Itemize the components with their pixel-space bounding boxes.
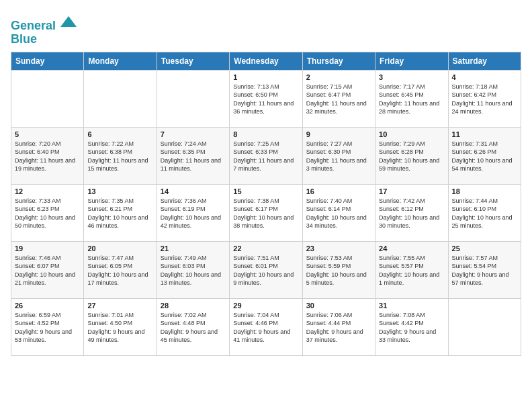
calendar-cell: 8Sunrise: 7:25 AMSunset: 6:33 PMDaylight…: [230, 127, 302, 184]
calendar-cell: 13Sunrise: 7:35 AMSunset: 6:21 PMDayligh…: [84, 184, 157, 241]
calendar-cell: 25Sunrise: 7:57 AMSunset: 5:54 PMDayligh…: [448, 241, 521, 298]
weekday-header-sunday: Sunday: [11, 52, 84, 70]
day-info: Sunrise: 7:33 AMSunset: 6:23 PMDaylight:…: [15, 197, 80, 230]
calendar-cell: 28Sunrise: 7:02 AMSunset: 4:48 PMDayligh…: [157, 298, 229, 355]
day-number: 5: [15, 130, 80, 138]
day-number: 24: [379, 244, 444, 253]
day-info: Sunrise: 7:38 AMSunset: 6:17 PMDaylight:…: [233, 197, 298, 230]
calendar-cell: 5Sunrise: 7:20 AMSunset: 6:40 PMDaylight…: [11, 127, 84, 184]
day-number: 22: [233, 244, 298, 253]
day-info: Sunrise: 7:36 AMSunset: 6:19 PMDaylight:…: [161, 197, 226, 230]
day-info: Sunrise: 7:55 AMSunset: 5:57 PMDaylight:…: [379, 254, 444, 287]
calendar-cell: [84, 70, 157, 127]
day-info: Sunrise: 7:22 AMSunset: 6:38 PMDaylight:…: [87, 140, 152, 173]
day-info: Sunrise: 7:17 AMSunset: 6:45 PMDaylight:…: [379, 83, 444, 116]
day-number: 20: [87, 244, 152, 253]
calendar-cell: 4Sunrise: 7:18 AMSunset: 6:42 PMDaylight…: [448, 70, 521, 127]
calendar-cell: 21Sunrise: 7:49 AMSunset: 6:03 PMDayligh…: [157, 241, 229, 298]
header: General Blue: [11, 11, 521, 46]
day-info: Sunrise: 7:18 AMSunset: 6:42 PMDaylight:…: [452, 83, 517, 116]
day-info: Sunrise: 7:01 AMSunset: 4:50 PMDaylight:…: [87, 311, 152, 345]
day-info: Sunrise: 7:40 AMSunset: 6:14 PMDaylight:…: [306, 197, 371, 230]
calendar-cell: 6Sunrise: 7:22 AMSunset: 6:38 PMDaylight…: [84, 127, 157, 184]
calendar-cell: 1Sunrise: 7:13 AMSunset: 6:50 PMDaylight…: [230, 70, 302, 127]
calendar-cell: 14Sunrise: 7:36 AMSunset: 6:19 PMDayligh…: [157, 184, 229, 241]
day-number: 16: [306, 187, 371, 195]
day-info: Sunrise: 7:02 AMSunset: 4:48 PMDaylight:…: [161, 311, 226, 345]
day-info: Sunrise: 7:25 AMSunset: 6:33 PMDaylight:…: [233, 140, 298, 173]
day-info: Sunrise: 6:59 AMSunset: 4:52 PMDaylight:…: [15, 311, 80, 345]
calendar-cell: [11, 70, 84, 127]
day-number: 14: [161, 187, 226, 195]
day-info: Sunrise: 7:08 AMSunset: 4:42 PMDaylight:…: [379, 311, 444, 345]
calendar-cell: 16Sunrise: 7:40 AMSunset: 6:14 PMDayligh…: [302, 184, 375, 241]
day-info: Sunrise: 7:06 AMSunset: 4:44 PMDaylight:…: [306, 311, 371, 345]
day-number: 13: [87, 187, 152, 195]
day-number: 18: [452, 187, 517, 195]
day-number: 9: [306, 130, 371, 138]
calendar-cell: 17Sunrise: 7:42 AMSunset: 6:12 PMDayligh…: [375, 184, 448, 241]
calendar-cell: 2Sunrise: 7:15 AMSunset: 6:47 PMDaylight…: [302, 70, 375, 127]
calendar-cell: [448, 298, 521, 355]
day-number: 1: [233, 73, 298, 81]
logo: General Blue: [11, 13, 77, 46]
day-info: Sunrise: 7:35 AMSunset: 6:21 PMDaylight:…: [87, 197, 152, 230]
day-number: 31: [379, 302, 444, 310]
calendar-cell: 23Sunrise: 7:53 AMSunset: 5:59 PMDayligh…: [302, 241, 375, 298]
day-number: 23: [306, 244, 371, 253]
calendar-cell: [157, 70, 229, 127]
svg-marker-0: [60, 16, 77, 27]
calendar-cell: 24Sunrise: 7:55 AMSunset: 5:57 PMDayligh…: [375, 241, 448, 298]
day-info: Sunrise: 7:53 AMSunset: 5:59 PMDaylight:…: [306, 254, 371, 287]
day-number: 25: [452, 244, 517, 253]
calendar-cell: 10Sunrise: 7:29 AMSunset: 6:28 PMDayligh…: [375, 127, 448, 184]
calendar-cell: 3Sunrise: 7:17 AMSunset: 6:45 PMDaylight…: [375, 70, 448, 127]
day-number: 8: [233, 130, 298, 138]
calendar-cell: 12Sunrise: 7:33 AMSunset: 6:23 PMDayligh…: [11, 184, 84, 241]
weekday-header-saturday: Saturday: [448, 52, 521, 70]
logo-blue: Blue: [11, 33, 77, 46]
day-info: Sunrise: 7:29 AMSunset: 6:28 PMDaylight:…: [379, 140, 444, 173]
calendar-cell: 31Sunrise: 7:08 AMSunset: 4:42 PMDayligh…: [375, 298, 448, 355]
day-number: 27: [87, 302, 152, 310]
day-info: Sunrise: 7:57 AMSunset: 5:54 PMDaylight:…: [452, 254, 517, 287]
day-info: Sunrise: 7:47 AMSunset: 6:05 PMDaylight:…: [87, 254, 152, 287]
day-number: 2: [306, 73, 371, 81]
calendar-cell: 29Sunrise: 7:04 AMSunset: 4:46 PMDayligh…: [230, 298, 302, 355]
calendar-cell: 22Sunrise: 7:51 AMSunset: 6:01 PMDayligh…: [230, 241, 302, 298]
day-number: 4: [452, 73, 517, 81]
day-info: Sunrise: 7:13 AMSunset: 6:50 PMDaylight:…: [233, 83, 298, 116]
calendar-cell: 27Sunrise: 7:01 AMSunset: 4:50 PMDayligh…: [84, 298, 157, 355]
day-info: Sunrise: 7:51 AMSunset: 6:01 PMDaylight:…: [233, 254, 298, 287]
day-number: 11: [452, 130, 517, 138]
day-info: Sunrise: 7:46 AMSunset: 6:07 PMDaylight:…: [15, 254, 80, 287]
weekday-header-monday: Monday: [84, 52, 157, 70]
calendar-cell: 7Sunrise: 7:24 AMSunset: 6:35 PMDaylight…: [157, 127, 229, 184]
day-number: 21: [161, 244, 226, 253]
day-number: 17: [379, 187, 444, 195]
day-number: 15: [233, 187, 298, 195]
day-number: 10: [379, 130, 444, 138]
calendar-cell: 30Sunrise: 7:06 AMSunset: 4:44 PMDayligh…: [302, 298, 375, 355]
day-info: Sunrise: 7:44 AMSunset: 6:10 PMDaylight:…: [452, 197, 517, 230]
weekday-header-friday: Friday: [375, 52, 448, 70]
day-number: 7: [161, 130, 226, 138]
day-info: Sunrise: 7:42 AMSunset: 6:12 PMDaylight:…: [379, 197, 444, 230]
calendar-table: SundayMondayTuesdayWednesdayThursdayFrid…: [11, 52, 521, 356]
calendar-cell: 11Sunrise: 7:31 AMSunset: 6:26 PMDayligh…: [448, 127, 521, 184]
day-number: 3: [379, 73, 444, 81]
day-number: 6: [87, 130, 152, 138]
weekday-header-tuesday: Tuesday: [157, 52, 229, 70]
weekday-header-wednesday: Wednesday: [230, 52, 302, 70]
calendar-cell: 15Sunrise: 7:38 AMSunset: 6:17 PMDayligh…: [230, 184, 302, 241]
logo-text: General: [11, 13, 77, 33]
day-number: 30: [306, 302, 371, 310]
day-info: Sunrise: 7:20 AMSunset: 6:40 PMDaylight:…: [15, 140, 80, 173]
day-number: 26: [15, 302, 80, 310]
logo-icon: [60, 13, 77, 30]
day-info: Sunrise: 7:04 AMSunset: 4:46 PMDaylight:…: [233, 311, 298, 345]
day-number: 19: [15, 244, 80, 253]
day-info: Sunrise: 7:24 AMSunset: 6:35 PMDaylight:…: [161, 140, 226, 173]
calendar-cell: 18Sunrise: 7:44 AMSunset: 6:10 PMDayligh…: [448, 184, 521, 241]
day-number: 28: [161, 302, 226, 310]
